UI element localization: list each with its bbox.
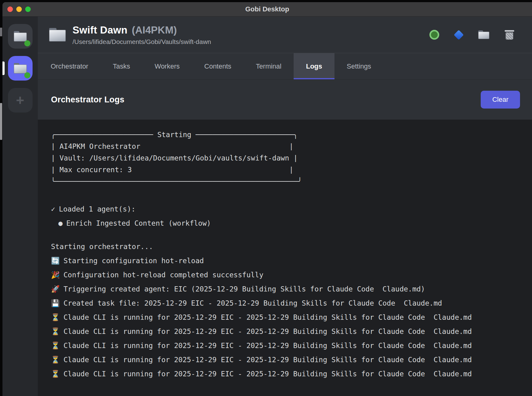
floppy-icon: 💾 bbox=[51, 296, 60, 310]
background-window-fragment bbox=[0, 28, 2, 36]
party-icon: 🎉 bbox=[51, 268, 60, 282]
log-text: Triggering created agent: EIC (2025-12-2… bbox=[64, 282, 425, 296]
trash-icon[interactable] bbox=[505, 30, 514, 40]
rocket-icon: 🚀 bbox=[51, 282, 60, 296]
log-line: ⏳Claude CLI is running for 2025-12-29 EI… bbox=[51, 324, 520, 339]
log-line: Starting orchestrator... bbox=[51, 240, 520, 254]
log-text: Claude CLI is running for 2025-12-29 EIC… bbox=[64, 324, 472, 339]
sidebar-item-vault-1[interactable] bbox=[8, 24, 33, 49]
log-text: Loaded 1 agent(s): bbox=[59, 202, 135, 216]
tab-bar: OrchestratorTasksWorkersContentsTerminal… bbox=[38, 53, 532, 80]
clear-logs-button[interactable]: Clear bbox=[481, 91, 520, 109]
log-lines: ✓Loaded 1 agent(s):●Enrich Ingested Cont… bbox=[51, 202, 520, 381]
green-status-dot bbox=[24, 72, 30, 78]
log-line: 🔄Starting configuration hot-reload bbox=[51, 254, 520, 268]
hourglass-icon: ⏳ bbox=[51, 367, 60, 381]
tab-workers[interactable]: Workers bbox=[143, 53, 192, 79]
folder-icon bbox=[14, 31, 27, 42]
check-icon: ✓ bbox=[51, 202, 55, 216]
log-text: Starting orchestrator... bbox=[51, 240, 153, 254]
tab-label: Orchestrator bbox=[51, 62, 88, 70]
tab-label: Settings bbox=[347, 62, 371, 70]
vault-sidebar: + bbox=[2, 17, 38, 396]
blue-diamond-icon[interactable] bbox=[454, 30, 464, 40]
titlebar: Gobi Desktop bbox=[2, 2, 532, 17]
log-line: ⏳Claude CLI is running for 2025-12-29 EI… bbox=[51, 310, 520, 324]
log-line: 💾Created task file: 2025-12-29 EIC - 202… bbox=[51, 296, 520, 310]
log-line: 🎉Configuration hot-reload completed succ… bbox=[51, 268, 520, 282]
hourglass-icon: ⏳ bbox=[51, 353, 60, 367]
active-vault-indicator bbox=[2, 61, 5, 75]
background-window-fragment bbox=[0, 103, 2, 140]
reload-icon: 🔄 bbox=[51, 254, 60, 268]
folder-icon bbox=[14, 63, 27, 73]
tab-terminal[interactable]: Terminal bbox=[244, 53, 294, 79]
log-line: ⏳Claude CLI is running for 2025-12-29 EI… bbox=[51, 367, 520, 381]
bullet-icon: ● bbox=[58, 216, 63, 230]
open-folder-icon[interactable] bbox=[478, 30, 489, 39]
vault-subtitle: (AI4PKM) bbox=[132, 24, 177, 36]
tab-label: Workers bbox=[155, 62, 180, 70]
log-text: Claude CLI is running for 2025-12-29 EIC… bbox=[64, 310, 472, 324]
log-line: ●Enrich Ingested Content (workflow) bbox=[51, 216, 520, 230]
sidebar-item-vault-2-active[interactable] bbox=[8, 56, 33, 81]
hourglass-icon: ⏳ bbox=[51, 339, 60, 353]
log-text: Configuration hot-reload completed succe… bbox=[64, 268, 264, 282]
log-spacer bbox=[51, 230, 520, 240]
log-text: Claude CLI is running for 2025-12-29 EIC… bbox=[64, 353, 472, 367]
window-title: Gobi Desktop bbox=[2, 5, 532, 13]
tab-orchestrator[interactable]: Orchestrator bbox=[38, 53, 100, 79]
add-vault-button[interactable]: + bbox=[8, 88, 33, 113]
tab-label: Terminal bbox=[256, 62, 281, 70]
startup-banner: ╭─────────────────────── Starting ──────… bbox=[51, 129, 520, 187]
active-tab-underline bbox=[294, 78, 334, 79]
app-window: Gobi Desktop + Swift Dawn (AI bbox=[2, 2, 532, 396]
running-status-indicator[interactable] bbox=[429, 30, 439, 40]
log-text: Starting configuration hot-reload bbox=[64, 254, 204, 268]
vault-path: /Users/lifidea/Documents/Gobi/Vaults/swi… bbox=[72, 38, 211, 46]
tab-tasks[interactable]: Tasks bbox=[100, 53, 142, 79]
header-actions bbox=[429, 30, 532, 40]
log-line: ⏳Claude CLI is running for 2025-12-29 EI… bbox=[51, 353, 520, 367]
page-title: Orchestrator Logs bbox=[51, 95, 124, 105]
log-text: Claude CLI is running for 2025-12-29 EIC… bbox=[64, 339, 472, 353]
green-status-dot bbox=[24, 40, 30, 46]
log-text: Claude CLI is running for 2025-12-29 EIC… bbox=[64, 367, 472, 381]
logs-panel-header: Orchestrator Logs Clear bbox=[38, 80, 532, 120]
log-line: ⏳Claude CLI is running for 2025-12-29 EI… bbox=[51, 339, 520, 353]
hourglass-icon: ⏳ bbox=[51, 324, 60, 339]
vault-title: Swift Dawn bbox=[72, 24, 127, 36]
hourglass-icon: ⏳ bbox=[51, 310, 60, 324]
log-text: Created task file: 2025-12-29 EIC - 2025… bbox=[64, 296, 442, 310]
log-line: 🚀Triggering created agent: EIC (2025-12-… bbox=[51, 282, 520, 296]
tab-label: Logs bbox=[306, 62, 322, 70]
tab-logs[interactable]: Logs bbox=[294, 53, 334, 79]
log-console[interactable]: ╭─────────────────────── Starting ──────… bbox=[38, 120, 532, 396]
tab-label: Contents bbox=[204, 62, 231, 70]
log-line: ✓Loaded 1 agent(s): bbox=[51, 202, 520, 216]
tab-settings[interactable]: Settings bbox=[334, 53, 384, 79]
tab-contents[interactable]: Contents bbox=[192, 53, 244, 79]
vault-header: Swift Dawn (AI4PKM) /Users/lifidea/Docum… bbox=[38, 17, 532, 53]
tab-label: Tasks bbox=[113, 62, 130, 70]
log-text: Enrich Ingested Content (workflow) bbox=[66, 216, 211, 230]
vault-folder-icon bbox=[49, 28, 66, 42]
main-panel: Swift Dawn (AI4PKM) /Users/lifidea/Docum… bbox=[38, 17, 532, 396]
